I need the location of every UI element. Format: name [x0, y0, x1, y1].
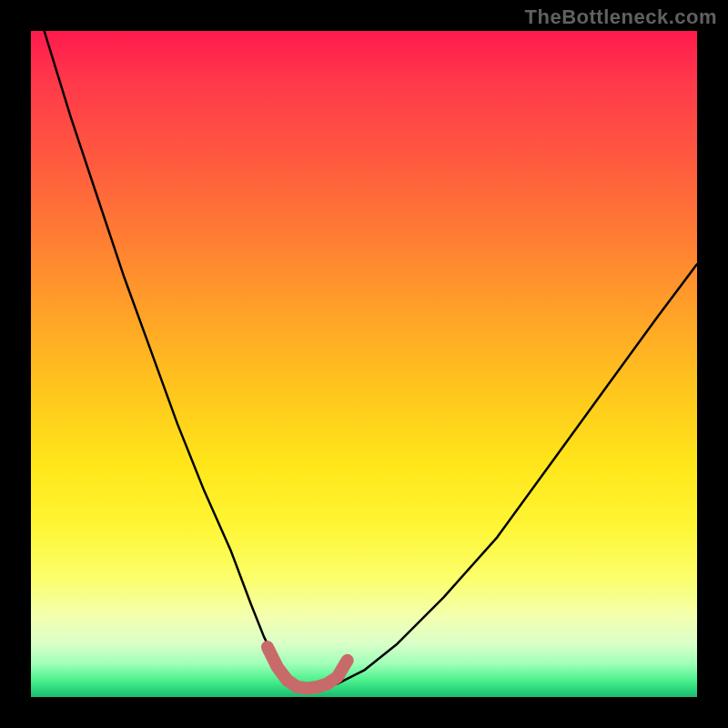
trough-marker [268, 647, 348, 688]
curve-svg [31, 31, 697, 697]
black-curve [45, 31, 697, 687]
chart-frame: TheBottleneck.com [0, 0, 728, 728]
attribution-text: TheBottleneck.com [525, 5, 717, 29]
plot-area [31, 31, 697, 697]
